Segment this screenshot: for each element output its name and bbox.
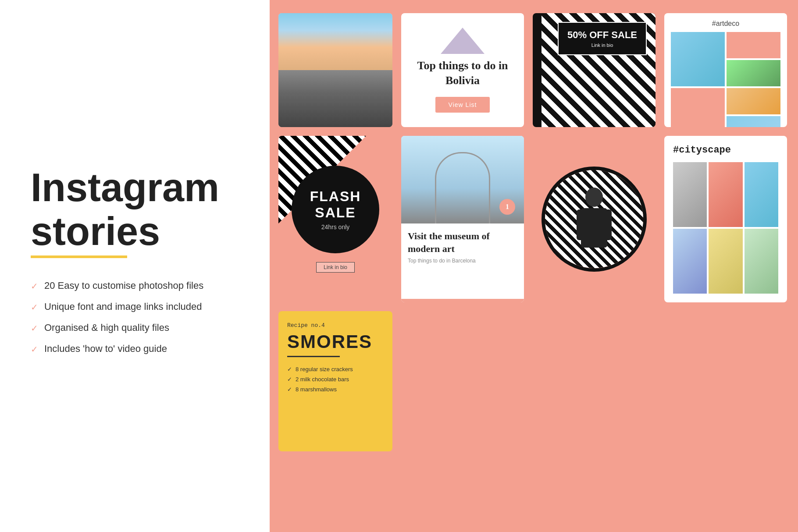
card-top-things: Top things to do in Bolivia View List <box>401 13 524 127</box>
flash-sale-circle: FLASH SALE 24hrs only <box>292 166 379 253</box>
circle-frame <box>542 167 647 272</box>
artdeco-photo-3 <box>727 60 780 86</box>
feature-text-4: Includes 'how to' video guide <box>44 343 167 355</box>
svg-rect-3 <box>604 209 612 240</box>
svg-rect-1 <box>581 208 607 248</box>
feature-item-4: ✓ Includes 'how to' video guide <box>31 343 243 355</box>
card-photo-top <box>278 13 392 70</box>
sale-percentage: 50% OFF SALE <box>567 29 637 40</box>
smores-item-2: 2 milk chocolate bars <box>287 376 384 383</box>
museum-title: Visit the museum of modern art <box>408 230 517 255</box>
card-artdeco: #artdeco Link in bio <box>664 13 787 127</box>
artdeco-photo-5 <box>727 88 780 114</box>
smores-recipe-label: Recipe no.4 <box>287 322 384 329</box>
card-circle-photo <box>533 136 656 302</box>
feature-item-2: ✓ Unique font and image links included <box>31 301 243 312</box>
museum-number-badge: 1 <box>499 199 515 215</box>
artdeco-hashtag: #artdeco <box>671 20 780 28</box>
svg-point-0 <box>585 188 603 207</box>
sale-badge: 50% OFF SALE Link in bio <box>558 22 647 55</box>
card-cityscape: #cityscape <box>664 136 787 302</box>
cityscape-photo-grid <box>673 162 778 294</box>
smores-underline <box>287 356 340 357</box>
right-content: Top things to do in Bolivia View List 50… <box>270 0 798 532</box>
cityscape-photo-3 <box>745 162 778 227</box>
artdeco-photo-grid <box>671 32 780 127</box>
card-smores: Recipe no.4 SMORES 8 regular size cracke… <box>278 311 392 451</box>
check-icon: ✓ <box>31 323 38 333</box>
cityscape-photo-1 <box>673 162 707 227</box>
view-list-button[interactable]: View List <box>435 97 490 113</box>
title-line1: Instagram <box>31 168 243 207</box>
museum-subtitle: Top things to do in Barcelona <box>408 258 517 264</box>
features-list: ✓ 20 Easy to customise photoshop files ✓… <box>31 280 243 364</box>
museum-text: Visit the museum of modern art Top thing… <box>401 223 524 299</box>
cityscape-photo-6 <box>745 229 778 294</box>
smores-item-3: 8 marshmallows <box>287 386 384 393</box>
artdeco-photo-1 <box>671 32 725 86</box>
person-svg <box>572 184 616 254</box>
sale-link: Link in bio <box>567 43 637 48</box>
cityscape-photo-5 <box>709 229 742 294</box>
museum-bottom-bar <box>401 299 524 302</box>
check-icon: ✓ <box>31 344 38 355</box>
smores-title: SMORES <box>287 331 384 352</box>
museum-photo: 1 <box>401 136 524 223</box>
feature-text-2: Unique font and image links included <box>44 301 202 312</box>
cityscape-photo-4 <box>673 229 707 294</box>
feature-item-3: ✓ Organised & high quality files <box>31 322 243 333</box>
artdeco-photo-2 <box>727 32 780 58</box>
artdeco-photo-4 <box>671 88 725 127</box>
card-photo-collage <box>278 13 392 127</box>
cityscape-photo-2 <box>709 162 742 227</box>
svg-rect-2 <box>577 209 584 240</box>
flash-sale-subtitle: 24hrs only <box>321 223 350 231</box>
flash-sale-title: FLASH SALE <box>292 188 379 221</box>
person-photo-bottom <box>278 70 392 127</box>
smores-item-1: 8 regular size crackers <box>287 366 384 372</box>
cityscape-hashtag: #cityscape <box>673 145 778 156</box>
flash-sale-link[interactable]: Link in bio <box>316 262 355 273</box>
card-photo-bottom <box>278 70 392 127</box>
circle-person <box>545 170 643 268</box>
card-flash-sale: FLASH SALE 24hrs only Link in bio <box>278 136 392 302</box>
title-underline <box>31 255 127 258</box>
smores-ingredients: 8 regular size crackers 2 milk chocolate… <box>287 366 384 396</box>
card-top-things-title: Top things to do in Bolivia <box>410 58 515 88</box>
title-line2: stories <box>31 212 243 251</box>
left-panel: Instagram stories ✓ 20 Easy to customise… <box>0 0 270 532</box>
person-photo-top <box>278 13 392 70</box>
check-icon: ✓ <box>31 281 38 291</box>
main-title: Instagram stories <box>31 168 243 255</box>
feature-text-3: Organised & high quality files <box>44 322 169 333</box>
card-sale: 50% OFF SALE Link in bio <box>533 13 656 127</box>
artdeco-photo-6 <box>727 116 780 127</box>
card-museum: 1 Visit the museum of modern art Top thi… <box>401 136 524 302</box>
feature-text-1: 20 Easy to customise photoshop files <box>44 280 203 291</box>
feature-item-1: ✓ 20 Easy to customise photoshop files <box>31 280 243 291</box>
check-icon: ✓ <box>31 302 38 312</box>
triangle-decoration <box>441 28 484 54</box>
